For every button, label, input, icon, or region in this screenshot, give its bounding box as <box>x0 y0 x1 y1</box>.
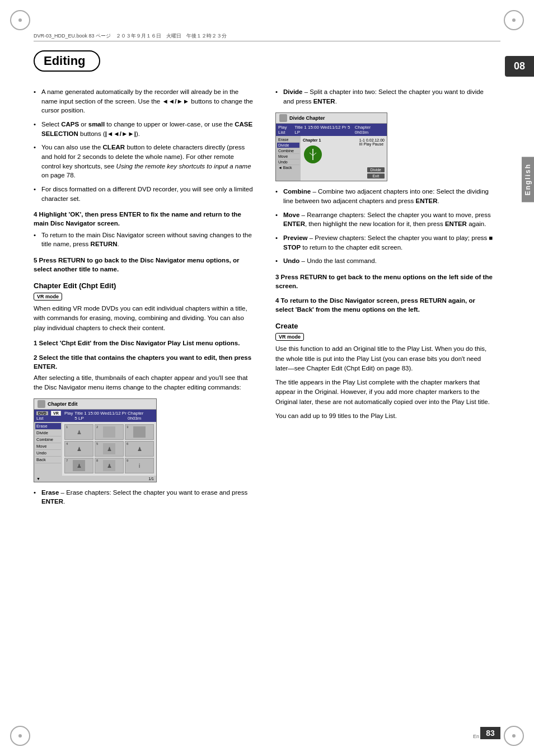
screenshot-sidebar: Erase Divide Combine Move Undo Back <box>34 422 62 476</box>
combine-bullet: Combine – Combine two adjacent chapters … <box>275 187 495 205</box>
divide-menu-erase[interactable]: Erase <box>277 137 299 143</box>
left-column: A name generated automatically by the re… <box>34 87 257 513</box>
svg-text:♟: ♟ <box>77 429 82 435</box>
preview-bullet: Preview – Preview chapters: Select the c… <box>275 233 495 252</box>
screenshot-title: Chapter Edit <box>48 401 78 407</box>
svg-rect-3 <box>133 426 146 438</box>
menu-item-undo[interactable]: Undo <box>35 450 61 457</box>
divide-header-title: Title 1 <box>294 125 307 130</box>
exit-button[interactable]: Exit <box>367 173 385 179</box>
main-content: Editing A name generated automatically b… <box>34 50 495 722</box>
create-heading: Create <box>275 322 495 330</box>
divide-sidebar: Erase Divide Combine Move Undo ◄ Back <box>276 136 301 181</box>
divide-menu-combine[interactable]: Combine <box>277 148 299 154</box>
menu-item-move[interactable]: Move <box>35 443 61 450</box>
right-step3-heading: 3 Press RETURN to get back to the menu o… <box>275 273 495 290</box>
other-bullets: Combine – Combine two adjacent chapters … <box>275 187 495 266</box>
divide-menu-undo[interactable]: Undo <box>277 159 299 165</box>
step5-heading: 5 Press RETURN to go back to the Disc Na… <box>34 256 253 274</box>
thumb-5: 5 ♟ <box>95 441 124 457</box>
divide-menu-back[interactable]: ◄ Back <box>277 165 299 170</box>
thumb-3: 3 <box>125 424 154 440</box>
svg-text:♟: ♟ <box>107 446 112 452</box>
english-tab: English <box>522 157 534 202</box>
screenshot-main: 1 ♟ 2 3 4 ♟ 5 <box>62 422 156 476</box>
page-en: En <box>473 734 479 739</box>
divide-title-bar: Divide Chapter <box>276 113 387 124</box>
menu-item-back[interactable]: Back <box>35 457 61 463</box>
divide-menu-move[interactable]: Move <box>277 154 299 159</box>
header-title: Title 1 <box>74 411 87 416</box>
menu-item-divide[interactable]: Divide <box>35 430 61 436</box>
step2-body: After selecting a title, thumbnails of e… <box>34 373 253 393</box>
svg-text:♟: ♟ <box>107 463 112 469</box>
corner-mark-bottom-right <box>504 726 524 746</box>
thumb-8: 8 ♟ <box>95 458 124 473</box>
divide-playlist: Play List <box>278 125 287 135</box>
chapter-edit-screenshot: Chapter Edit DVD VR Play List Title 1 15… <box>34 398 157 482</box>
screenshot-body: Erase Divide Combine Move Undo Back 1 ♟ … <box>34 422 156 476</box>
screenshot-title-bar: Chapter Edit <box>34 399 156 410</box>
step2-heading: 2 Select the title that contains the cha… <box>34 353 253 371</box>
header-text: DVR-03_HDD_EU.book 83 ページ ２０３年９月１６日 火曜日 … <box>34 33 227 39</box>
svg-text:♟: ♟ <box>77 463 82 469</box>
bullet-item: A name generated automatically by the re… <box>34 87 253 115</box>
thumb-7: 7 ♟ <box>64 458 93 473</box>
divide-button[interactable]: Divide <box>367 167 385 172</box>
thumb-9: 9 i <box>125 458 154 473</box>
divide-menu-divide[interactable]: Divide <box>277 143 299 148</box>
create-body2: The title appears in the Play List compl… <box>275 378 495 407</box>
step4-bullets: To return to the main Disc Navigator scr… <box>34 231 253 249</box>
chapter-tab: 08 <box>505 56 534 77</box>
thumb-2: 2 <box>95 424 124 440</box>
right-step4-heading: 4 To return to the Disc Navigator screen… <box>275 296 495 314</box>
divide-icon <box>279 114 287 122</box>
divide-main: Chapter 1 1-1 0.02.12.00 III Play Pause <box>301 136 387 181</box>
header-chapter: Chapter 0h03m <box>128 411 154 421</box>
page-number: 83 <box>486 729 495 738</box>
chapter-number: 08 <box>514 60 525 72</box>
leaf-icon <box>303 144 323 165</box>
menu-item-combine[interactable]: Combine <box>35 436 61 443</box>
divide-timecode: 1-1 0.02.12.00 III Play Pause <box>359 138 385 146</box>
bullet-item: Select CAPS or small to change to upper … <box>34 120 253 138</box>
divide-bullet: Divide – Split a chapter into two: Selec… <box>275 87 495 106</box>
menu-item-erase[interactable]: Erase <box>35 423 61 430</box>
undo-bullet: Undo – Undo the last command. <box>275 256 495 266</box>
bullet-item: For discs formatted on a different DVD r… <box>34 185 253 203</box>
divide-body: Erase Divide Combine Move Undo ◄ Back Ch… <box>276 136 387 181</box>
footer-down-arrow: ▼ <box>36 477 40 481</box>
screenshot-icon <box>38 400 45 408</box>
screenshot-footer: ▼ 1/1 <box>34 476 156 482</box>
create-body1: Use this function to add an Original tit… <box>275 344 495 373</box>
svg-text:♟: ♟ <box>137 446 142 452</box>
dvd-badge: DVD <box>36 411 48 415</box>
step1-heading: 1 Select 'Chpt Edit' from the Disc Navig… <box>34 339 253 348</box>
thumb-6: 6 ♟ <box>125 441 154 457</box>
svg-text:♟: ♟ <box>77 446 82 452</box>
chapter-edit-heading: Chapter Edit (Chpt Edit) <box>34 281 253 290</box>
corner-mark-top-right <box>504 10 524 30</box>
divide-header: Play List Title 1 15:00 Wed11/12 Pr 5 LP… <box>276 124 387 136</box>
step4-bullet: To return to the main Disc Navigator scr… <box>34 231 253 249</box>
thumb-1: 1 ♟ <box>64 424 93 440</box>
divide-screenshot: Divide Chapter Play List Title 1 15:00 W… <box>275 112 387 181</box>
create-body3: You can add up to 99 titles to the Play … <box>275 411 495 421</box>
move-bullet: Move – Rearrange chapters: Select the ch… <box>275 210 495 229</box>
svg-rect-2 <box>103 426 115 438</box>
footer-page: 1/1 <box>148 477 154 481</box>
divide-title: Divide Chapter <box>289 115 325 121</box>
page-number-box: 83 <box>480 727 500 739</box>
screenshot-header: DVD VR Play List Title 1 15:00 Wed11/12 … <box>34 410 156 422</box>
step4-heading: 4 Highlight 'OK', then press ENTER to fi… <box>34 210 253 228</box>
thumb-4: 4 ♟ <box>64 441 93 457</box>
vr-badge-small: VR <box>51 411 61 416</box>
two-column-layout: A name generated automatically by the re… <box>34 87 495 513</box>
page-title: Editing <box>34 50 100 72</box>
divide-bullets: Divide – Split a chapter into two: Selec… <box>275 87 495 106</box>
vr-mode-badge: VR mode <box>34 293 62 300</box>
page-header: DVR-03_HDD_EU.book 83 ページ ２０３年９月１６日 火曜日 … <box>34 32 500 41</box>
corner-mark-top-left <box>10 10 30 30</box>
corner-mark-bottom-left <box>10 726 30 746</box>
svg-text:i: i <box>139 463 140 469</box>
